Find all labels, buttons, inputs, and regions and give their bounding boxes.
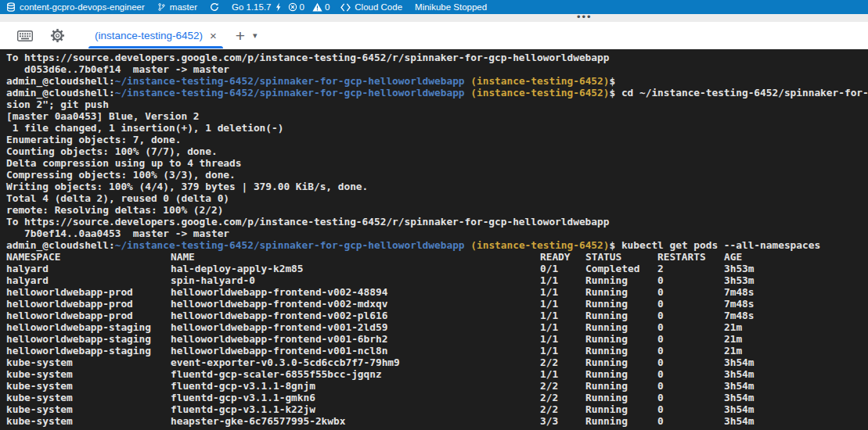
terminal-tab-label: (instance-testing-6452) [95, 30, 203, 41]
close-tab-icon[interactable]: × [210, 30, 217, 41]
pod-cell: 1/1 [540, 274, 585, 286]
pod-cell: helloworldwebapp-frontend-v002-48894 [171, 286, 540, 298]
terminal-line: Enumerating objects: 7, done. [6, 134, 868, 145]
pod-cell: helloworldwebapp-staging [6, 321, 171, 333]
pod-cell: 0 [657, 298, 724, 310]
terminal-line: To https://source.developers.google.com/… [6, 52, 868, 63]
terminal-line: remote: Resolving deltas: 100% (2/2) [6, 204, 868, 216]
pod-cell: Running [585, 333, 657, 345]
pod-cell: 2/2 [540, 392, 585, 403]
pod-cell: 0 [657, 321, 724, 333]
pod-cell: 3h54m [724, 357, 868, 368]
error-icon [288, 2, 297, 12]
terminal-line: 1 file changed, 1 insertion(+), 1 deleti… [6, 122, 868, 134]
pod-cell: Running [585, 310, 657, 321]
pod-cell: 1/1 [540, 286, 585, 298]
pod-row: helloworldwebapp-staginghelloworldwebapp… [6, 321, 868, 333]
terminal-line: Counting objects: 100% (7/7), done. [6, 145, 868, 157]
terminal-line: Total 4 (delta 2), reused 0 (delta 0) [6, 192, 868, 204]
pod-cell: Running [585, 415, 657, 427]
pod-cell: RESTARTS [657, 251, 724, 263]
pod-row: helloworldwebapp-prodhelloworldwebapp-fr… [6, 310, 868, 321]
terminal-output[interactable]: To https://source.developers.google.com/… [0, 49, 868, 430]
pod-row: helloworldwebapp-prodhelloworldwebapp-fr… [6, 286, 868, 298]
terminal-tab-bar: (instance-testing-6452) × + ▾ [0, 22, 868, 49]
settings-gear-icon[interactable] [50, 28, 65, 43]
pod-row: helloworldwebapp-staginghelloworldwebapp… [6, 333, 868, 345]
pod-cell: NAME [171, 251, 540, 263]
pod-cell: NAMESPACE [6, 251, 171, 263]
pod-cell: Running [585, 321, 657, 333]
chevron-down-icon[interactable]: ▾ [253, 30, 258, 41]
terminal-line: d053d6e..7b0ef14 master -> master [6, 63, 868, 75]
pod-cell: event-exporter-v0.3.0-5cd6ccb7f7-79hm9 [171, 357, 540, 368]
pod-cell: spin-halyard-0 [171, 274, 540, 286]
pod-cell: 2/2 [540, 403, 585, 415]
pod-cell: 2/2 [540, 380, 585, 392]
pod-cell: Running [585, 380, 657, 392]
pod-cell: heapster-gke-6c76577995-2kwbx [171, 415, 540, 427]
code-brackets-icon [340, 3, 351, 12]
cloud-code-button[interactable]: Cloud Code [340, 2, 402, 12]
minikube-status[interactable]: Minikube Stopped [415, 2, 487, 12]
project-selector[interactable]: content-gcpro-devops-engineer [6, 2, 145, 12]
pod-cell: halyard [6, 274, 171, 286]
pod-cell: helloworldwebapp-prod [6, 298, 171, 310]
keyboard-icon[interactable] [17, 30, 33, 41]
panel-drag-handle[interactable]: ••• [577, 12, 592, 23]
pod-cell: 0 [657, 392, 724, 403]
terminal-line: admin_@cloudshell:~/instance-testing-645… [6, 87, 868, 99]
pod-row: helloworldwebapp-staginghelloworldwebapp… [6, 345, 868, 357]
pod-cell: 21m [724, 321, 868, 333]
pod-cell: 3h53m [724, 263, 868, 274]
pod-cell: 7m48s [724, 310, 868, 321]
pod-row: kube-systemfluentd-gcp-v3.1.1-8gnjm2/2Ru… [6, 380, 868, 392]
pod-cell: 2/2 [540, 357, 585, 368]
terminal-line: [master 0aa0453] Blue, Version 2 [6, 110, 868, 122]
minikube-status-label: Minikube Stopped [415, 2, 487, 12]
pod-row: halyardspin-halyard-01/1Running03h53m [6, 274, 868, 286]
pod-cell: kube-system [6, 415, 171, 427]
pod-cell: 1/1 [540, 321, 585, 333]
pod-cell: halyard [6, 263, 171, 274]
pod-cell: kube-system [6, 368, 171, 380]
pod-cell: hal-deploy-apply-k2m85 [171, 263, 540, 274]
lightning-icon [276, 2, 282, 12]
terminal-line: Compressing objects: 100% (3/3), done. [6, 169, 868, 181]
pod-cell: Running [585, 403, 657, 415]
new-terminal-tab-button[interactable]: + [236, 27, 245, 44]
problems-indicator[interactable]: 0 0 [288, 2, 330, 12]
pod-cell: Running [585, 392, 657, 403]
pod-cell: 1/1 [540, 298, 585, 310]
pod-cell: 1/1 [540, 345, 585, 357]
terminal-line: 7b0ef14..0aa0453 master -> master [6, 228, 868, 239]
pod-cell: 2 [657, 263, 724, 274]
pod-cell: 0 [657, 380, 724, 392]
git-branch-indicator[interactable]: master [157, 2, 197, 12]
warning-count: 0 [325, 2, 330, 12]
error-count: 0 [300, 2, 304, 12]
pod-cell: 3h54m [724, 392, 868, 403]
cloud-code-label: Cloud Code [355, 2, 402, 12]
panel-divider: ••• [0, 14, 868, 22]
pod-row: kube-systemfluentd-gcp-scaler-6855f55bcc… [6, 368, 868, 380]
pod-cell: fluentd-gcp-v3.1.1-8gnjm [171, 380, 540, 392]
pod-cell: 1/1 [540, 310, 585, 321]
pod-cell: Running [585, 286, 657, 298]
branch-name: master [170, 2, 197, 12]
go-version: Go 1.15.7 [232, 2, 272, 12]
pod-cell: 3h53m [724, 274, 868, 286]
pods-table-header: NAMESPACENAMEREADYSTATUSRESTARTSAGE [6, 251, 868, 263]
terminal-line: To https://source.developers.google.com/… [6, 216, 868, 228]
sync-button[interactable] [210, 2, 219, 12]
sync-icon [210, 2, 219, 12]
terminal-tab[interactable]: (instance-testing-6452) × [88, 22, 223, 49]
pod-cell: 0 [657, 333, 724, 345]
pod-cell: helloworldwebapp-frontend-v001-ncl8n [171, 345, 540, 357]
pod-cell: kube-system [6, 357, 171, 368]
pod-cell: 21m [724, 333, 868, 345]
pod-cell: helloworldwebapp-frontend-v001-6brh2 [171, 333, 540, 345]
pod-cell: fluentd-gcp-v3.1.1-k22jw [171, 403, 540, 415]
go-version-indicator[interactable]: Go 1.15.7 [232, 2, 282, 12]
pod-cell: 0 [657, 286, 724, 298]
